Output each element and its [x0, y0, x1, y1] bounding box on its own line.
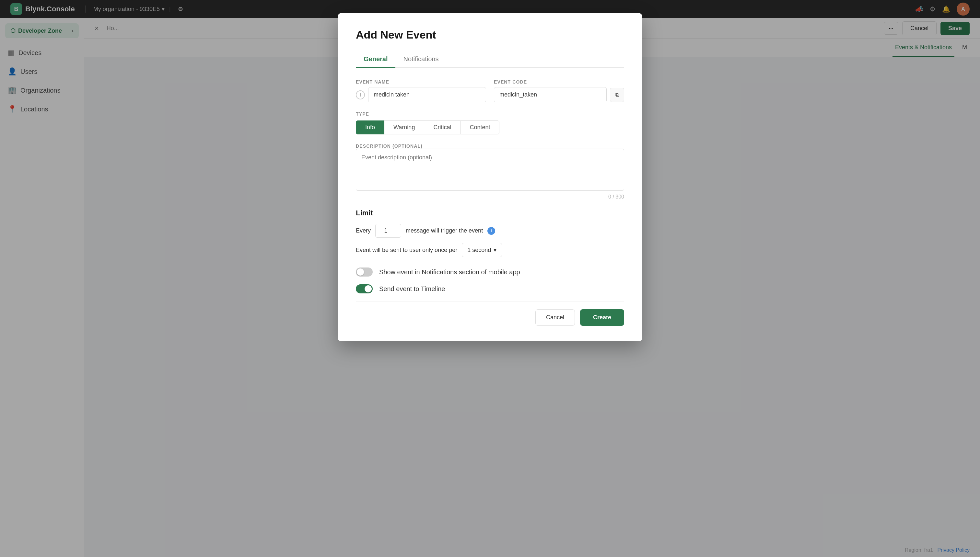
description-section: DESCRIPTION (OPTIONAL) 0 / 300 — [356, 143, 624, 200]
add-event-modal: Add New Event General Notifications EVEN… — [338, 13, 642, 341]
once-per-label: Event will be sent to user only once per — [356, 247, 457, 254]
event-code-input[interactable] — [494, 87, 607, 102]
copy-icon: ⧉ — [616, 92, 619, 98]
trigger-label: message will trigger the event — [406, 227, 483, 234]
description-label: DESCRIPTION (OPTIONAL) — [356, 143, 624, 149]
event-name-group: EVENT NAME ℹ — [356, 79, 486, 102]
modal-cancel-button[interactable]: Cancel — [536, 309, 575, 326]
event-name-info-icon[interactable]: ℹ — [356, 90, 365, 99]
type-critical-button[interactable]: Critical — [424, 121, 461, 134]
limit-interval-chevron-icon: ▾ — [493, 246, 497, 254]
every-label: Every — [356, 227, 371, 234]
event-code-label: EVENT CODE — [494, 79, 624, 85]
toggle-notifications[interactable] — [356, 267, 373, 277]
toggle-timeline-thumb — [364, 285, 372, 292]
limit-info-icon[interactable]: i — [487, 227, 495, 235]
toggle-notifications-label: Show event in Notifications section of m… — [379, 269, 520, 276]
event-code-group: EVENT CODE ⧉ — [494, 79, 624, 102]
event-name-input[interactable] — [368, 87, 486, 102]
type-buttons: Info Warning Critical Content — [356, 121, 624, 134]
type-label: TYPE — [356, 111, 624, 117]
name-code-row: EVENT NAME ℹ EVENT CODE ⧉ — [356, 79, 624, 102]
type-warning-button[interactable]: Warning — [384, 121, 424, 134]
event-name-label: EVENT NAME — [356, 79, 486, 85]
type-section: TYPE Info Warning Critical Content — [356, 111, 624, 134]
limit-interval-select[interactable]: 1 second ▾ — [462, 243, 502, 257]
toggle-timeline-label: Send event to Timeline — [379, 285, 445, 293]
modal-title: Add New Event — [356, 28, 624, 41]
type-info-button[interactable]: Info — [356, 121, 384, 134]
description-counter: 0 / 300 — [356, 194, 624, 200]
toggle-timeline-row: Send event to Timeline — [356, 284, 624, 293]
type-content-button[interactable]: Content — [461, 121, 500, 134]
limit-title: Limit — [356, 209, 624, 217]
modal-tab-general[interactable]: General — [356, 52, 395, 68]
description-input[interactable] — [356, 149, 624, 191]
toggle-notifications-row: Show event in Notifications section of m… — [356, 267, 624, 277]
limit-section: Limit Every message will trigger the eve… — [356, 209, 624, 257]
toggle-notifications-thumb — [357, 269, 364, 275]
modal-footer: Cancel Create — [356, 301, 624, 326]
copy-button[interactable]: ⧉ — [610, 88, 624, 102]
modal-overlay: Add New Event General Notifications EVEN… — [0, 0, 980, 557]
modal-tabs: General Notifications — [356, 52, 624, 68]
limit-every-row: Every message will trigger the event i — [356, 224, 624, 238]
modal-create-button[interactable]: Create — [580, 309, 624, 326]
modal-tab-notifications[interactable]: Notifications — [395, 52, 446, 68]
limit-once-row: Event will be sent to user only once per… — [356, 243, 624, 257]
limit-every-input[interactable] — [375, 224, 401, 238]
limit-interval-value: 1 second — [467, 247, 491, 254]
toggle-timeline[interactable] — [356, 284, 373, 293]
